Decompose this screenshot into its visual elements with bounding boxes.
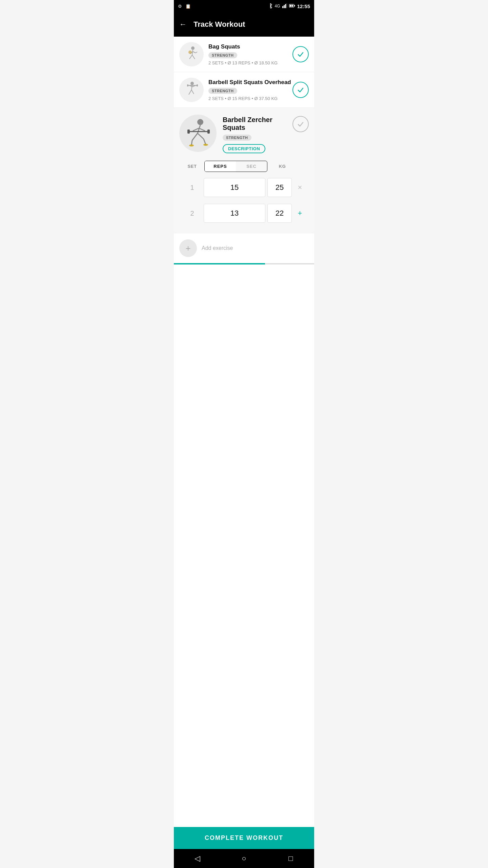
svg-point-36	[203, 144, 208, 146]
svg-line-31	[192, 133, 198, 140]
exercise-item-barbell-split-squats[interactable]: Barbell Split Squats Overhead STRENGTH 2…	[174, 72, 314, 108]
signal-bars-icon	[282, 3, 287, 9]
svg-rect-2	[285, 4, 286, 8]
svg-rect-3	[286, 3, 287, 8]
exercise-stats-barbell-split-squats: 2 SETS • Ø 15 REPS • Ø 37.50 KG	[208, 96, 292, 101]
svg-line-14	[196, 52, 197, 53]
reps-tab[interactable]: REPS	[205, 161, 236, 172]
svg-line-27	[199, 128, 205, 131]
exercise-avatar-barbell-split-squats	[179, 78, 204, 102]
nav-back-button[interactable]: ◁	[187, 852, 207, 865]
complete-check-zercher-squats[interactable]	[292, 116, 309, 132]
exercise-stats-bag-squats: 2 SETS • Ø 13 REPS • Ø 18.50 KG	[208, 60, 292, 65]
svg-line-33	[198, 133, 204, 139]
svg-rect-30	[207, 130, 210, 134]
set-row-2: 2 13 22 +	[179, 202, 309, 225]
kg-input-2[interactable]: 22	[267, 204, 292, 223]
back-button[interactable]: ←	[179, 20, 187, 29]
svg-rect-29	[187, 130, 190, 134]
active-exercise-zercher-squats: Barbell Zercher Squats STRENGTH DESCRIPT…	[174, 108, 314, 233]
content-area: Bag Squats STRENGTH 2 SETS • Ø 13 REPS •…	[174, 37, 314, 827]
add-exercise-icon: +	[179, 239, 197, 257]
svg-point-35	[189, 144, 194, 146]
kg-input-1[interactable]: 25	[267, 178, 292, 197]
reps-sec-tab-group: REPS SEC	[204, 161, 267, 172]
remove-set-button-1[interactable]: ×	[294, 183, 305, 192]
svg-point-13	[188, 51, 192, 54]
svg-rect-0	[282, 6, 283, 8]
add-set-button[interactable]: +	[294, 209, 305, 218]
exercise-name-barbell-split-squats: Barbell Split Squats Overhead	[208, 79, 292, 86]
svg-point-24	[197, 119, 203, 125]
reps-input-2[interactable]: 13	[204, 204, 265, 223]
battery-icon	[289, 3, 295, 9]
svg-line-32	[191, 140, 192, 145]
svg-line-12	[193, 52, 196, 53]
add-exercise-label: Add exercise	[202, 245, 233, 251]
page-title: Track Workout	[194, 20, 245, 29]
progress-bar-fill	[174, 263, 265, 264]
svg-rect-5	[294, 5, 295, 6]
kg-column-header: KG	[270, 164, 294, 169]
complete-check-barbell-split-squats[interactable]	[292, 82, 309, 98]
exercise-avatar-bag-squats	[179, 42, 204, 66]
svg-rect-22	[187, 84, 188, 86]
settings-icon: ⚙	[178, 4, 182, 9]
nav-recent-button[interactable]: □	[281, 852, 301, 865]
set-column-header: SET	[183, 164, 202, 169]
svg-rect-1	[284, 5, 285, 8]
set-row-1: 1 15 25 ×	[179, 176, 309, 199]
svg-line-17	[189, 90, 191, 95]
active-exercise-info: Barbell Zercher Squats STRENGTH DESCRIPT…	[223, 115, 292, 153]
exercise-tag-bag-squats: STRENGTH	[208, 52, 237, 58]
status-bar: ⚙ 📋 4G 12:55	[174, 0, 314, 12]
active-exercise-header: Barbell Zercher Squats STRENGTH DESCRIPT…	[179, 115, 309, 153]
exercise-info-bag-squats: Bag Squats STRENGTH 2 SETS • Ø 13 REPS •…	[208, 43, 292, 65]
active-exercise-tag: STRENGTH	[223, 135, 251, 141]
nav-home-button[interactable]: ○	[234, 852, 254, 865]
complete-check-bag-squats[interactable]	[292, 46, 309, 62]
svg-point-15	[190, 82, 194, 85]
bottom-nav: ◁ ○ □	[174, 849, 314, 868]
svg-rect-23	[197, 84, 198, 86]
exercise-item-bag-squats[interactable]: Bag Squats STRENGTH 2 SETS • Ø 13 REPS •…	[174, 37, 314, 72]
progress-bar-container	[174, 263, 314, 264]
signal-icon: 4G	[275, 4, 280, 8]
reps-input-1[interactable]: 15	[204, 178, 265, 197]
svg-line-9	[189, 55, 192, 59]
add-exercise-row[interactable]: + Add exercise	[174, 233, 314, 263]
active-exercise-name: Barbell Zercher Squats	[223, 116, 292, 132]
status-bar-right: 4G 12:55	[268, 3, 310, 9]
exercise-info-barbell-split-squats: Barbell Split Squats Overhead STRENGTH 2…	[208, 79, 292, 101]
time-display: 12:55	[297, 3, 310, 9]
svg-line-18	[191, 90, 194, 94]
status-bar-left: ⚙ 📋	[178, 4, 191, 9]
active-exercise-avatar	[179, 115, 217, 152]
set-number-1: 1	[183, 184, 202, 192]
exercise-tag-barbell-split-squats: STRENGTH	[208, 88, 237, 94]
set-number-2: 2	[183, 210, 202, 217]
svg-point-7	[191, 46, 195, 50]
svg-line-34	[204, 139, 206, 144]
clipboard-icon: 📋	[185, 4, 191, 9]
description-button[interactable]: DESCRIPTION	[223, 144, 265, 153]
app-bar: ← Track Workout	[174, 12, 314, 37]
complete-workout-button[interactable]: COMPLETE WORKOUT	[174, 827, 314, 849]
svg-line-10	[192, 55, 195, 59]
exercise-name-bag-squats: Bag Squats	[208, 43, 292, 50]
bluetooth-icon	[268, 3, 273, 9]
table-header: SET REPS SEC KG	[179, 159, 309, 174]
sec-tab[interactable]: SEC	[236, 161, 267, 172]
